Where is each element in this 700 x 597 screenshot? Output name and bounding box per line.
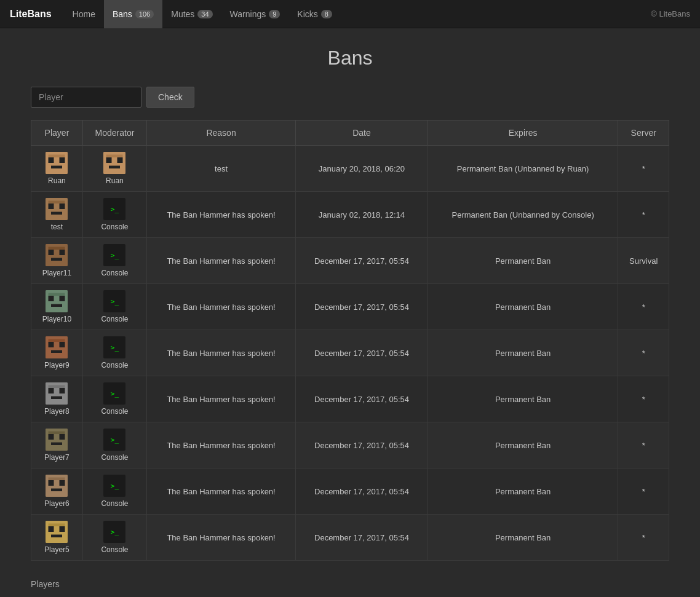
col-server: Server (618, 121, 669, 146)
moderator-cell: >_Console (82, 422, 146, 469)
moderator-cell: >_Console (82, 330, 146, 376)
footer-players: Players (31, 579, 669, 589)
nav-mutes[interactable]: Mutes 34 (162, 0, 221, 28)
date-cell: January 02, 2018, 12:14 (296, 192, 428, 238)
date-cell: December 17, 2017, 05:54 (296, 330, 428, 376)
col-date: Date (296, 121, 428, 146)
server-cell: * (618, 330, 669, 376)
expires-cell: Permanent Ban (428, 469, 618, 515)
date-cell: December 17, 2017, 05:54 (296, 376, 428, 422)
server-cell: * (618, 469, 669, 515)
server-cell: * (618, 376, 669, 422)
player-name: Player6 (44, 499, 70, 508)
expires-cell: Permanent Ban (Unbanned by Console) (428, 192, 618, 238)
svg-rect-13 (51, 212, 62, 215)
player-name: test (51, 223, 63, 231)
svg-rect-29 (49, 339, 65, 342)
svg-rect-12 (60, 204, 65, 209)
server-cell: * (618, 146, 669, 192)
svg-rect-16 (49, 250, 54, 255)
moderator-name: Console (101, 407, 128, 416)
table-row: Player9>_ConsoleThe Ban Hammer has spoke… (31, 330, 669, 376)
expires-cell: Permanent Ban (428, 515, 618, 561)
moderator-name: Console (101, 223, 128, 231)
nav-links: Home Bans 106 Mutes 34 Warnings 9 Kicks … (64, 0, 651, 28)
player-name: Player5 (44, 545, 70, 554)
server-cell: * (618, 422, 669, 469)
server-cell: * (618, 515, 669, 561)
player-cell: Player10 (31, 284, 83, 330)
moderator-cell: >_Console (82, 469, 146, 515)
nav-bans[interactable]: Bans 106 (104, 0, 162, 28)
date-cell: January 20, 2018, 06:20 (296, 146, 428, 192)
svg-rect-19 (49, 247, 65, 250)
date-cell: December 17, 2017, 05:54 (296, 515, 428, 561)
nav-copyright: © LiteBans (651, 9, 690, 18)
reason-cell: The Ban Hammer has spoken! (146, 422, 295, 469)
reason-cell: The Ban Hammer has spoken! (146, 284, 295, 330)
svg-rect-49 (49, 524, 65, 527)
svg-rect-38 (51, 443, 62, 446)
svg-rect-37 (60, 434, 65, 440)
player-name: Player11 (42, 269, 71, 277)
svg-rect-44 (49, 478, 65, 481)
svg-rect-34 (49, 385, 65, 389)
moderator-name: Console (101, 545, 128, 554)
svg-rect-42 (60, 480, 65, 486)
expires-cell: Permanent Ban (428, 376, 618, 422)
svg-rect-46 (49, 526, 54, 532)
moderator-cell: >_Console (82, 284, 146, 330)
table-row: Player8>_ConsoleThe Ban Hammer has spoke… (31, 376, 669, 422)
search-input[interactable] (31, 87, 141, 108)
svg-rect-31 (49, 388, 54, 393)
nav-brand: LiteBans (10, 9, 52, 20)
svg-rect-48 (51, 535, 62, 538)
player-name: Player7 (44, 453, 70, 462)
expires-cell: Permanent Ban (428, 284, 618, 330)
player-cell: Player11 (31, 238, 83, 284)
svg-rect-14 (49, 201, 65, 204)
table-row: Player6>_ConsoleThe Ban Hammer has spoke… (31, 469, 669, 515)
svg-rect-24 (49, 293, 65, 296)
svg-rect-1 (49, 157, 54, 163)
svg-rect-26 (49, 342, 54, 347)
table-row: Player10>_ConsoleThe Ban Hammer has spok… (31, 284, 669, 330)
svg-rect-23 (51, 304, 62, 307)
svg-rect-3 (51, 166, 62, 169)
svg-rect-8 (109, 166, 120, 169)
moderator-cell: Ruan (82, 146, 146, 192)
table-row: Player7>_ConsoleThe Ban Hammer has spoke… (31, 422, 669, 469)
svg-rect-32 (60, 388, 65, 393)
svg-rect-7 (117, 157, 123, 163)
col-player: Player (31, 121, 83, 146)
navbar: LiteBans Home Bans 106 Mutes 34 Warnings… (0, 0, 700, 28)
moderator-name: Console (101, 361, 128, 370)
svg-rect-22 (60, 296, 65, 301)
moderator-name: Console (101, 499, 128, 508)
svg-rect-2 (60, 157, 65, 163)
svg-rect-28 (51, 350, 62, 354)
server-cell: * (618, 192, 669, 238)
svg-rect-27 (60, 342, 65, 347)
svg-rect-18 (51, 258, 62, 261)
nav-home[interactable]: Home (64, 0, 104, 28)
reason-cell: The Ban Hammer has spoken! (146, 192, 295, 238)
svg-rect-33 (51, 397, 62, 400)
server-cell: Survival (618, 238, 669, 284)
moderator-name: Console (101, 315, 128, 323)
svg-rect-43 (51, 489, 62, 492)
main-content: Bans Check Player Moderator Reason Date … (0, 28, 700, 597)
svg-rect-36 (49, 434, 54, 440)
check-button[interactable]: Check (146, 87, 194, 108)
svg-rect-6 (106, 157, 112, 163)
player-cell: test (31, 192, 83, 238)
moderator-name: Console (101, 269, 128, 277)
expires-cell: Permanent Ban (428, 238, 618, 284)
expires-cell: Permanent Ban (428, 422, 618, 469)
bans-badge: 106 (135, 10, 154, 18)
player-name: Ruan (48, 176, 66, 185)
reason-cell: The Ban Hammer has spoken! (146, 330, 295, 376)
nav-kicks[interactable]: Kicks 8 (288, 0, 341, 28)
nav-warnings[interactable]: Warnings 9 (221, 0, 289, 28)
player-name: Player10 (42, 315, 71, 323)
